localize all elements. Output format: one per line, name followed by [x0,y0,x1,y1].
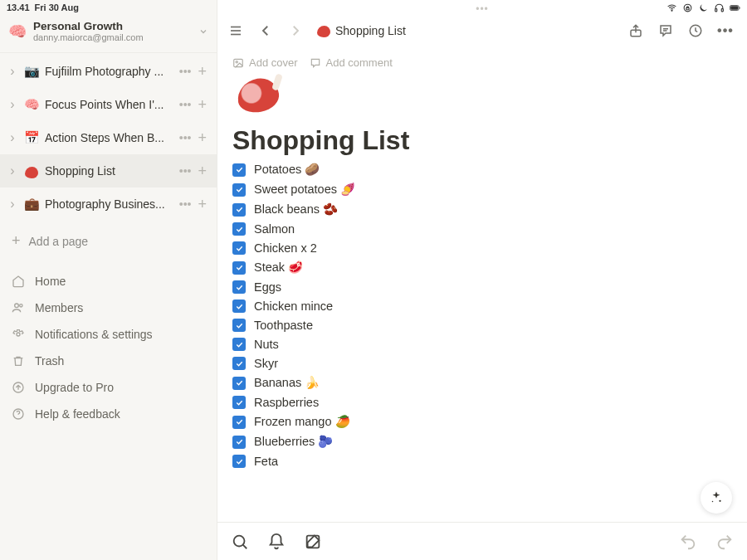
add-comment-button[interactable]: Add comment [310,56,393,69]
page-title[interactable]: Shopping List [232,124,747,163]
chevron-right-icon[interactable]: › [7,197,18,212]
plus-icon[interactable]: + [198,130,207,145]
image-icon [232,57,244,69]
more-icon[interactable]: ••• [179,164,192,178]
chevron-down-icon [198,27,208,37]
trash-icon [12,354,25,368]
more-icon[interactable]: ••• [179,197,192,211]
checkbox-checked[interactable] [232,436,246,449]
nav-help[interactable]: Help & feedback [0,401,217,427]
svg-rect-7 [715,8,717,11]
todo-item[interactable]: Salmon [232,222,747,236]
workspace-switcher[interactable]: 🧠 Personal Growth danny.maiorca@gmail.co… [0,15,217,51]
workspace-icon: 🧠 [8,22,27,41]
todo-item[interactable]: Raspberries [232,396,747,409]
todo-item[interactable]: Chicken x 2 [232,241,747,255]
checkbox-checked[interactable] [232,222,246,236]
sidebar-item-shopping-list[interactable]: › Shopping List •••+ [0,154,217,187]
checkbox-checked[interactable] [232,455,246,468]
todo-list: Potatoes 🥔Sweet potatoes 🍠Black beans 🫘S… [232,163,747,518]
chevron-right-icon[interactable]: › [7,97,18,112]
todo-label: Steak 🥩 [254,261,303,275]
page-label: Focus Points When I'... [45,98,174,111]
page-emoji[interactable] [232,74,747,124]
todo-item[interactable]: Potatoes 🥔 [232,163,747,177]
todo-item[interactable]: Black beans 🫘 [232,202,747,217]
plus-icon[interactable]: + [198,197,207,212]
checkbox-checked[interactable] [232,241,246,255]
search-button[interactable] [231,533,249,551]
todo-label: Frozen mango 🥭 [254,415,350,429]
todo-item[interactable]: Steak 🥩 [232,261,747,275]
add-cover-button[interactable]: Add cover [232,56,298,69]
nav-trash[interactable]: Trash [0,348,217,374]
todo-item[interactable]: Frozen mango 🥭 [232,415,747,429]
checkbox-checked[interactable] [232,416,246,429]
checkbox-checked[interactable] [232,280,246,294]
comments-button[interactable] [654,19,677,42]
todo-item[interactable]: Chicken mince [232,299,747,313]
sidebar-item-photography-business[interactable]: › 💼 Photography Busines... •••+ [0,187,217,221]
checkbox-checked[interactable] [232,183,246,197]
forward-button[interactable] [284,19,307,42]
grab-handle-icon[interactable]: ••• [476,3,489,15]
todo-item[interactable]: Toothpaste [232,319,747,332]
history-button[interactable] [684,19,707,42]
redo-button[interactable] [715,533,734,551]
checkbox-checked[interactable] [232,203,246,217]
checkbox-checked[interactable] [232,357,246,370]
upgrade-icon [12,381,25,394]
notifications-button[interactable] [267,533,286,551]
checkbox-checked[interactable] [232,377,246,390]
todo-label: Chicken x 2 [254,241,317,255]
share-button[interactable] [624,19,647,42]
breadcrumb[interactable]: Shopping List [317,24,406,37]
nav-home[interactable]: Home [0,268,217,295]
chevron-right-icon[interactable]: › [7,130,18,145]
todo-item[interactable]: Eggs [232,280,747,294]
checkbox-checked[interactable] [232,299,246,313]
document: Shopping List Potatoes 🥔Sweet potatoes 🍠… [217,74,747,522]
todo-label: Salmon [254,222,295,236]
nav-label: Help & feedback [35,407,120,421]
plus-icon[interactable]: + [198,64,207,79]
add-page-button[interactable]: + Add a page [0,221,217,261]
menu-button[interactable] [224,19,247,42]
sidebar-item-fujifilm[interactable]: › 📷 Fujfiilm Photography ... •••+ [0,55,217,88]
ai-fab-button[interactable] [701,482,732,514]
undo-button[interactable] [679,533,697,551]
todo-item[interactable]: Skyr [232,357,747,370]
more-icon[interactable]: ••• [179,65,192,78]
todo-label: Raspberries [254,396,319,409]
todo-item[interactable]: Nuts [232,338,747,351]
todo-item[interactable]: Feta [232,455,747,468]
compose-button[interactable] [304,533,322,551]
nav-members[interactable]: Members [0,295,217,321]
nav-settings[interactable]: Notifications & settings [0,321,217,348]
todo-item[interactable]: Blueberries 🫐 [232,435,747,449]
sidebar-item-focus-points[interactable]: › 🧠 Focus Points When I'... •••+ [0,88,217,121]
checkbox-checked[interactable] [232,319,246,332]
checkbox-checked[interactable] [232,163,246,177]
help-icon [12,407,25,421]
svg-point-21 [719,500,720,502]
plus-icon[interactable]: + [198,97,207,112]
plus-icon[interactable]: + [198,163,207,178]
back-button[interactable] [254,19,277,42]
nav-label: Trash [35,354,64,368]
todo-item[interactable]: Sweet potatoes 🍠 [232,183,747,197]
svg-point-2 [17,333,20,336]
more-button[interactable]: ••• [714,19,737,42]
chevron-right-icon[interactable]: › [7,64,18,79]
sidebar-item-action-steps[interactable]: › 📅 Action Steps When B... •••+ [0,121,217,154]
chevron-right-icon[interactable]: › [7,163,18,178]
svg-point-1 [20,304,22,307]
nav-upgrade[interactable]: Upgrade to Pro [0,374,217,401]
checkbox-checked[interactable] [232,261,246,275]
todo-item[interactable]: Bananas 🍌 [232,376,747,390]
svg-line-24 [243,544,247,548]
checkbox-checked[interactable] [232,338,246,351]
checkbox-checked[interactable] [232,396,246,409]
more-icon[interactable]: ••• [179,131,192,144]
more-icon[interactable]: ••• [179,98,192,111]
